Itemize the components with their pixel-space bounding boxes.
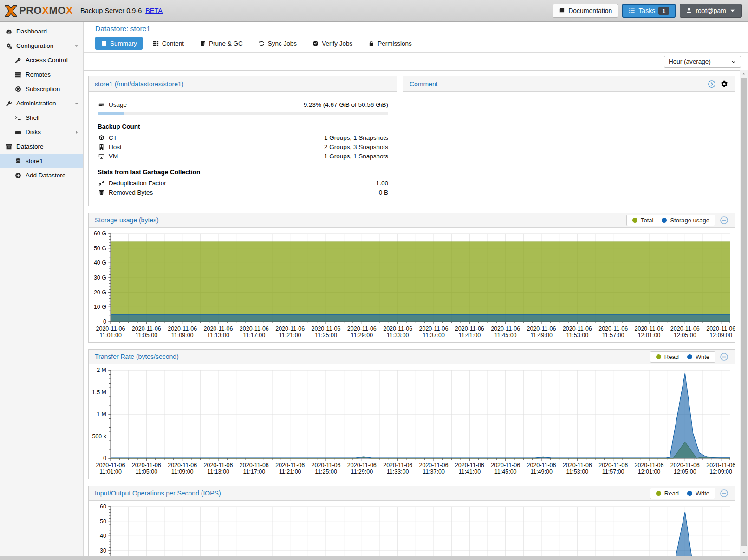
sidebar-item-access-control[interactable]: Access Control xyxy=(0,53,83,67)
documentation-label: Documentation xyxy=(568,7,612,14)
svg-text:40: 40 xyxy=(100,533,106,539)
chart-body: 010 G20 G30 G40 G50 G60 G2020-11-0611:01… xyxy=(89,228,735,339)
sidebar-item-remotes[interactable]: Remotes xyxy=(0,67,83,82)
sidebar-item-disks[interactable]: Disks xyxy=(0,125,83,139)
chevron-right-circle-icon[interactable] xyxy=(708,80,716,88)
sidebar-item-datastore[interactable]: Datastore xyxy=(0,139,83,154)
chart-header: Transfer Rate (bytes/second)ReadWrite xyxy=(89,350,735,364)
svg-text:2020-11-06: 2020-11-06 xyxy=(455,462,484,469)
tasks-button[interactable]: Tasks 1 xyxy=(622,4,676,18)
svg-text:11:29:00: 11:29:00 xyxy=(351,469,373,475)
scroll-up-arrow[interactable] xyxy=(740,70,748,78)
legend-item-read[interactable]: Read xyxy=(656,353,679,360)
svg-text:30: 30 xyxy=(100,547,106,554)
desktop-icon xyxy=(98,153,105,159)
comment-body[interactable] xyxy=(403,92,735,99)
comment-panel-title: Comment xyxy=(410,80,438,88)
stat-row-host: Host2 Groups, 3 Snapshots xyxy=(98,142,388,151)
svg-text:11:53:00: 11:53:00 xyxy=(566,332,588,339)
legend-item-write[interactable]: Write xyxy=(687,353,709,360)
sidebar-item-store1[interactable]: store1 xyxy=(0,154,83,168)
panel-header: store1 (/mnt/datastores/store1) xyxy=(89,76,397,92)
chart-legend: TotalStorage usage xyxy=(626,215,715,226)
tachometer-icon xyxy=(5,28,13,35)
tab-permissions[interactable]: Permissions xyxy=(363,37,417,50)
hdd-icon xyxy=(14,129,22,136)
svg-text:2020-11-06: 2020-11-06 xyxy=(347,462,377,469)
cube-icon xyxy=(98,135,105,141)
scrollbar-thumb[interactable] xyxy=(741,78,747,546)
svg-text:0: 0 xyxy=(103,319,106,325)
gears-icon xyxy=(5,43,13,49)
svg-text:11:25:00: 11:25:00 xyxy=(315,469,337,475)
time-range-select[interactable]: Hour (average) xyxy=(664,56,741,68)
svg-text:2020-11-06: 2020-11-06 xyxy=(383,462,412,469)
book-icon xyxy=(559,7,565,14)
proxmox-x-icon xyxy=(5,5,17,17)
chart-legend: ReadWrite xyxy=(650,488,715,499)
tab-content[interactable]: Content xyxy=(147,37,189,50)
grid-icon xyxy=(153,40,159,46)
chart-canvas: 0500 k1 M1.5 M2 M2020-11-0611:01:002020-… xyxy=(89,366,735,476)
svg-text:11:37:00: 11:37:00 xyxy=(423,332,445,339)
legend-label: Storage usage xyxy=(670,217,709,224)
sidebar-item-subscription[interactable]: Subscription xyxy=(0,82,83,96)
tab-summary[interactable]: Summary xyxy=(95,37,143,50)
plus-circle-icon xyxy=(14,172,22,179)
minus-circle-icon[interactable] xyxy=(720,489,728,498)
arrow-down-icon xyxy=(741,549,746,556)
sidebar-item-shell[interactable]: Shell xyxy=(0,111,83,125)
user-menu-button[interactable]: root@pam xyxy=(680,4,742,18)
chart-title: Input/Output Operations per Second (IOPS… xyxy=(95,489,221,497)
tab-sync-jobs[interactable]: Sync Jobs xyxy=(253,37,302,50)
sidebar-item-label: Configuration xyxy=(16,42,53,49)
tab-label: Summary xyxy=(110,40,137,47)
sidebar-item-configuration[interactable]: Configuration xyxy=(0,39,83,53)
legend-item-read[interactable]: Read xyxy=(656,490,679,497)
chart-canvas: 010 G20 G30 G40 G50 G60 G2020-11-0611:01… xyxy=(89,230,735,339)
beta-link[interactable]: BETA xyxy=(145,7,163,14)
sidebar-item-dashboard[interactable]: Dashboard xyxy=(0,24,83,39)
svg-text:2020-11-06: 2020-11-06 xyxy=(419,462,448,469)
scroll-down-arrow[interactable] xyxy=(740,549,748,556)
minus-circle-icon[interactable] xyxy=(720,216,728,225)
vertical-scrollbar[interactable] xyxy=(740,70,748,556)
transfer-rate-chart-panel: Transfer Rate (bytes/second)ReadWrite050… xyxy=(88,349,735,479)
svg-text:2020-11-06: 2020-11-06 xyxy=(634,462,663,469)
svg-text:11:09:00: 11:09:00 xyxy=(171,469,194,475)
stat-label: Host xyxy=(109,143,122,150)
legend-dot xyxy=(687,354,692,359)
box-icon xyxy=(5,143,13,150)
tab-prune-gc[interactable]: Prune & GC xyxy=(194,37,248,50)
sidebar-item-add-datastore[interactable]: Add Datastore xyxy=(0,168,83,182)
svg-text:11:05:00: 11:05:00 xyxy=(135,469,157,475)
tab-verify-jobs[interactable]: Verify Jobs xyxy=(307,37,358,50)
legend-item-total[interactable]: Total xyxy=(632,217,653,224)
svg-text:11:49:00: 11:49:00 xyxy=(530,332,553,339)
gear-icon[interactable] xyxy=(720,80,728,88)
sidebar-item-label: Administration xyxy=(16,100,56,107)
top-bar: PROXMOX Backup Server 0.9-6 BETA Documen… xyxy=(0,0,748,22)
compress-icon xyxy=(98,180,105,186)
svg-text:2020-11-06: 2020-11-06 xyxy=(670,462,700,469)
svg-text:2020-11-06: 2020-11-06 xyxy=(203,326,233,332)
legend-label: Write xyxy=(696,353,709,360)
svg-text:11:21:00: 11:21:00 xyxy=(279,332,301,339)
svg-text:40 G: 40 G xyxy=(94,260,106,266)
svg-text:2020-11-06: 2020-11-06 xyxy=(168,326,197,332)
horizontal-scrollbar[interactable] xyxy=(0,556,748,560)
section-heading: Stats from last Garbage Collection xyxy=(98,169,388,176)
documentation-button[interactable]: Documentation xyxy=(553,4,618,18)
sidebar-item-label: Access Control xyxy=(26,57,68,64)
key-icon xyxy=(14,57,22,64)
svg-text:2020-11-06: 2020-11-06 xyxy=(240,326,269,332)
svg-text:2020-11-06: 2020-11-06 xyxy=(275,326,305,332)
minus-circle-icon[interactable] xyxy=(720,352,728,361)
legend-item-write[interactable]: Write xyxy=(687,490,709,497)
svg-text:12:05:00: 12:05:00 xyxy=(674,332,696,339)
svg-text:11:53:00: 11:53:00 xyxy=(566,469,588,475)
svg-text:11:17:00: 11:17:00 xyxy=(243,332,265,339)
sidebar-item-administration[interactable]: Administration xyxy=(0,96,83,111)
sidebar-item-label: Remotes xyxy=(26,71,51,78)
legend-item-storage-usage[interactable]: Storage usage xyxy=(662,217,709,224)
